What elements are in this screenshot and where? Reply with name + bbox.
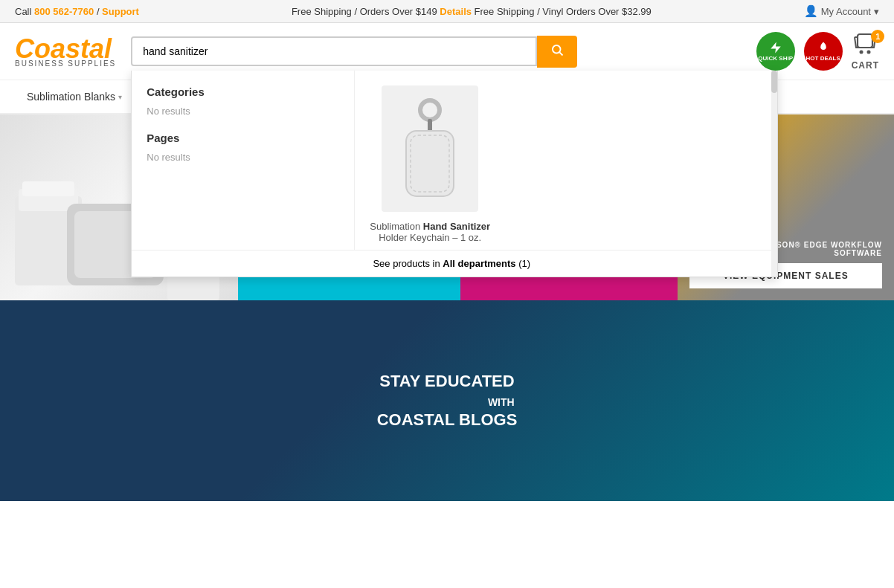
logo-subtitle: BUSINESS SUPPLIES xyxy=(15,59,116,68)
product-name-bold: Hand Sanitizer xyxy=(423,221,490,232)
cart-label: CART xyxy=(852,60,879,71)
svg-rect-6 xyxy=(858,34,872,48)
svg-point-0 xyxy=(420,100,440,120)
cart-button[interactable]: 1 CART xyxy=(852,33,879,71)
footer-link[interactable]: All departments xyxy=(443,258,515,269)
banner-coastal-blogs[interactable]: STAY EDUCATEDWITH COASTAL BLOGS xyxy=(0,300,894,501)
logo-text: Coastal xyxy=(15,36,116,62)
account-chevron-icon: ▾ xyxy=(874,6,879,17)
svg-rect-2 xyxy=(406,131,454,196)
stay-educated-label: STAY EDUCATEDWITH xyxy=(379,372,514,410)
phone-section: Call 800 562-7760 / Support xyxy=(15,6,139,17)
autocomplete-scrollbar[interactable] xyxy=(771,71,777,277)
hot-deals-label: HOT DEALS xyxy=(806,55,840,62)
pages-title: Pages xyxy=(147,132,339,144)
product-name-prefix: Sublimation xyxy=(370,221,423,232)
top-bar: Call 800 562-7760 / Support Free Shippin… xyxy=(0,0,894,23)
search-icon xyxy=(550,43,564,56)
pages-no-results: No results xyxy=(147,152,339,163)
autocomplete-right: Sublimation Hand Sanitizer Holder Keycha… xyxy=(355,71,771,277)
svg-point-4 xyxy=(553,45,561,54)
nav-sublimation-label: Sublimation Blanks xyxy=(27,91,115,103)
banner-row: STAY EDUCATEDWITH COASTAL BLOGS xyxy=(0,300,894,501)
details-link[interactable]: Details xyxy=(440,6,472,17)
search-input[interactable] xyxy=(131,36,537,66)
product-name-suffix: Holder Keychain – 1 oz. xyxy=(379,232,481,243)
svg-point-7 xyxy=(860,50,864,54)
footer-count: (1) xyxy=(516,258,531,269)
shipping-text: Free Shipping / Orders Over $149 xyxy=(292,6,440,17)
search-button[interactable] xyxy=(537,36,577,68)
categories-no-results: No results xyxy=(147,106,339,117)
vinyl-shipping: Free Shipping / Vinyl Orders Over $32.99 xyxy=(472,6,652,17)
shipping-info: Free Shipping / Orders Over $149 Details… xyxy=(292,6,652,17)
quick-ship-button[interactable]: QUICK SHIP xyxy=(756,32,795,71)
coastal-blogs-label: COASTAL BLOGS xyxy=(377,410,518,430)
search-wrap: Categories No results Pages No results xyxy=(131,36,577,68)
product-result[interactable]: Sublimation Hand Sanitizer Holder Keycha… xyxy=(370,85,490,262)
separator: / xyxy=(94,6,102,17)
cart-icon-wrap: 1 xyxy=(852,33,878,59)
svg-rect-11 xyxy=(22,181,74,196)
phone-number[interactable]: 800 562-7760 xyxy=(34,6,94,17)
hot-deals-button[interactable]: HOT DEALS xyxy=(804,32,843,71)
quick-ship-label: QUICK SHIP xyxy=(758,55,793,62)
account-label: My Account xyxy=(821,6,871,17)
keychain-svg xyxy=(400,97,460,201)
person-icon: 👤 xyxy=(804,4,818,18)
cart-badge: 1 xyxy=(871,30,884,43)
nav-item-sublimation[interactable]: Sublimation Blanks ▾ xyxy=(15,80,134,113)
account-menu[interactable]: 👤 My Account ▾ xyxy=(804,4,879,18)
logo[interactable]: Coastal BUSINESS SUPPLIES xyxy=(15,36,116,68)
autocomplete-dropdown: Categories No results Pages No results xyxy=(131,71,778,277)
autocomplete-left: Categories No results Pages No results xyxy=(132,71,355,277)
header: Coastal BUSINESS SUPPLIES Categories No … xyxy=(0,23,894,80)
autocomplete-footer[interactable]: See products in All departments (1) xyxy=(132,250,771,277)
quick-ship-icon xyxy=(769,41,782,54)
product-image xyxy=(382,85,478,212)
footer-prefix: See products in xyxy=(373,258,443,269)
svg-line-5 xyxy=(560,52,563,55)
hot-deals-icon xyxy=(817,41,830,54)
categories-title: Categories xyxy=(147,85,339,98)
support-link[interactable]: Support xyxy=(102,6,139,17)
call-label: Call xyxy=(15,6,34,17)
search-container: Categories No results Pages No results xyxy=(131,36,537,66)
scrollbar-thumb xyxy=(771,71,777,93)
nav-sublimation-chevron-icon: ▾ xyxy=(118,93,122,101)
header-icons: QUICK SHIP HOT DEALS 1 CART xyxy=(756,32,879,71)
svg-point-8 xyxy=(867,50,871,54)
product-name: Sublimation Hand Sanitizer Holder Keycha… xyxy=(370,221,490,243)
